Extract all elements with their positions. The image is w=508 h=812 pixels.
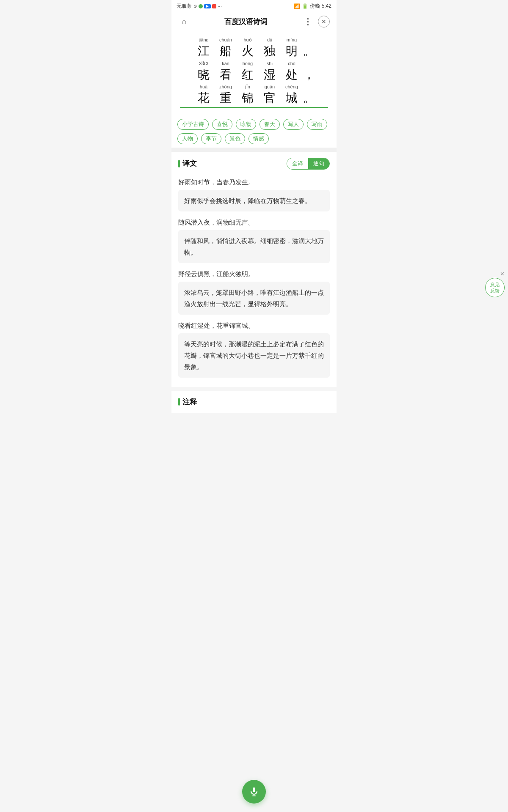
mic-icon [249,787,259,797]
section-divider-1 [171,148,337,152]
char-xiao: xiǎo 晓 [193,60,215,82]
couplet-1-original: 好雨知时节，当春乃发生。 [178,174,330,190]
punct-3: 。 [303,83,315,105]
green-bar-icon [178,160,180,167]
tags-row: 小学古诗 喜悦 咏物 春天 写人 写雨 人物 季节 景色 情感 [177,119,331,144]
status-bar: 无服务 ⊙ ▶ ··· 📶 🔋 傍晚 5:42 [171,0,337,12]
char-jiang: jiāng 江 [193,36,215,58]
tag-spring[interactable]: 春天 [260,119,280,130]
close-icon: ✕ [321,18,326,25]
bottom-spacer [171,413,337,447]
couplet-1-translation: 好雨似乎会挑选时辰，降临在万物萌生之春。 [178,190,330,211]
tag-season[interactable]: 季节 [201,133,221,144]
home-button[interactable]: ⌂ [178,16,190,27]
tag-scenery[interactable]: 景色 [225,133,245,144]
no-service-text: 无服务 [177,3,192,10]
char-hua: huā 花 [193,83,215,105]
char-jin: jǐn 锦 [237,83,259,105]
char-hong: hóng 红 [237,60,259,82]
status-right: 📶 🔋 傍晚 5:42 [294,3,331,10]
notes-green-bar [178,398,180,406]
translation-section: 译文 全译 逐句 好雨知时节，当春乃发生。 好雨似乎会挑选时辰，降临在万物萌生之… [171,152,337,387]
couplet-2-translation: 伴随和风，悄悄进入夜幕。细细密密，滋润大地万物。 [178,230,330,263]
wifi-icon: 📶 [294,3,300,9]
char-zhong: zhòng 重 [215,83,237,105]
battery-icon: 🔋 [302,3,308,9]
app-icons: ▶ ··· [199,3,222,9]
voice-button-wrap [242,780,266,804]
tag-emotion[interactable]: 情感 [248,133,269,144]
punct-2: ， [303,60,315,82]
couplet-group-3: 野径云俱黑，江船火独明。 浓浓乌云，笼罩田野小路，唯有江边渔船上的一点渔火放射出… [171,266,337,315]
svg-rect-0 [253,787,255,792]
wifi-dots: ⊙ [193,4,197,8]
translation-header: 译文 全译 逐句 [171,152,337,174]
punct-1: 。 [303,36,315,58]
tag-chant[interactable]: 咏物 [236,119,256,130]
ellipsis: ··· [218,3,222,9]
char-shi: shī 湿 [259,60,281,82]
more-icon: ⋮ [304,16,312,27]
translation-title: 译文 [178,159,197,168]
tag-characters[interactable]: 人物 [177,133,198,144]
tags-section: 小学古诗 喜悦 咏物 春天 写人 写雨 人物 季节 景色 情感 [171,115,337,148]
home-icon: ⌂ [182,17,187,26]
notes-title: 注释 [178,397,330,407]
couplet-group-1: 好雨知时节，当春乃发生。 好雨似乎会挑选时辰，降临在万物萌生之春。 [171,174,337,211]
notes-section: 注释 [171,391,337,413]
couplet-4-translation: 等天亮的时候，那潮湿的泥土上必定布满了红色的花瓣，锦官城的大街小巷也一定是一片万… [178,333,330,378]
couplet-3-translation: 浓浓乌云，笼罩田野小路，唯有江边渔船上的一点渔火放射出一线光芒，显得格外明亮。 [178,282,330,315]
tag-rain[interactable]: 写雨 [307,119,327,130]
tag-person[interactable]: 写人 [283,119,304,130]
poem-line-1: jiāng 江 chuán 船 huǒ 火 dú 独 míng 明 。 [180,36,328,58]
char-guan: guān 官 [259,83,281,105]
poem-line-3: huā 花 zhòng 重 jǐn 锦 guān 官 chéng 城 。 [180,83,328,108]
status-left: 无服务 ⊙ ▶ ··· [177,3,222,10]
more-menu-button[interactable]: ⋮ [302,16,314,27]
couplet-group-2: 随风潜入夜，润物细无声。 伴随和风，悄悄进入夜幕。细细密密，滋润大地万物。 [171,214,337,263]
char-du: dú 独 [259,36,281,58]
tag-primary-school[interactable]: 小学古诗 [177,119,209,130]
translation-title-text: 译文 [182,159,197,168]
notes-title-text: 注释 [182,397,197,407]
tag-joy[interactable]: 喜悦 [212,119,232,130]
poem-section: jiāng 江 chuán 船 huǒ 火 dú 独 míng 明 。 xiǎo… [171,31,337,115]
couplet-2-original: 随风潜入夜，润物细无声。 [178,214,330,230]
char-ming: míng 明 [281,36,303,58]
couplet-4-original: 晓看红湿处，花重锦官城。 [178,317,330,333]
char-cheng: chéng 城 [281,83,303,105]
char-huo: huǒ 火 [237,36,259,58]
close-button[interactable]: ✕ [318,16,330,27]
char-kan: kàn 看 [215,60,237,82]
poem-line-2: xiǎo 晓 kàn 看 hóng 红 shī 湿 chù 处 ， [180,60,328,82]
nav-actions: ⋮ ✕ [302,16,330,27]
translation-toggle: 全译 逐句 [287,158,330,170]
couplet-3-original: 野径云俱黑，江船火独明。 [178,266,330,282]
top-nav: ⌂ 百度汉语诗词 ⋮ ✕ [171,12,337,31]
voice-button[interactable] [242,780,266,804]
char-chu: chù 处 [281,60,303,82]
page-title: 百度汉语诗词 [224,17,268,27]
time-display: 傍晚 5:42 [310,3,331,10]
full-translation-button[interactable]: 全译 [287,158,308,169]
char-chuan: chuán 船 [215,36,237,58]
line-by-line-button[interactable]: 逐句 [308,158,329,169]
couplet-group-4: 晓看红湿处，花重锦官城。 等天亮的时候，那潮湿的泥土上必定布满了红色的花瓣，锦官… [171,317,337,378]
